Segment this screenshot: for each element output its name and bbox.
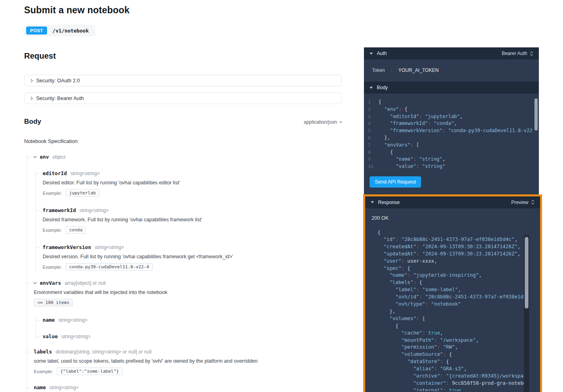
response-vertical-scrollbar-thumb[interactable]: [525, 237, 528, 308]
field-name: name: [43, 317, 55, 323]
chevron-down-icon[interactable]: [33, 155, 37, 158]
schema-tree: envobjecteditorIdstring<string>Desired e…: [27, 154, 342, 392]
response-view-value: Preview: [511, 200, 528, 205]
line-number: 9: [368, 156, 378, 163]
chevron-right-icon: [29, 96, 33, 100]
example-label: Example:: [43, 228, 62, 233]
collapse-triangle-icon: [370, 87, 373, 89]
code-line: "archive": "{createdAt:R9345}/workspace.…: [372, 373, 524, 380]
body-scrollbar-thumb[interactable]: [534, 98, 538, 131]
code-line: "createdAt": "2024-09-13T09:30:23.281471…: [372, 243, 524, 251]
schema-field-head: envobject: [34, 154, 342, 160]
schema-field-labels: labelsdictionary[string, string<string> …: [27, 349, 342, 375]
example-label: Example:: [43, 191, 62, 196]
code-line: "alias": "GRA-s3",: [372, 365, 524, 373]
schema-field-head: editorIdstring<string>: [43, 170, 342, 176]
schema-field-head: labelsdictionary[string, string<string> …: [34, 349, 342, 355]
code-line: "mountPath": "/workspace",: [372, 337, 524, 344]
response-code: { "id": "28c8b88c-2451-4373-97a7-ef038e1…: [365, 229, 524, 391]
response-section-title: Response: [378, 200, 400, 205]
security-label: Security: OAuth 2.0: [36, 78, 80, 84]
token-separator: :: [391, 67, 392, 73]
field-type: string<string>: [62, 334, 91, 339]
auth-type-selector[interactable]: Bearer Auth: [502, 51, 533, 56]
code-line: "internal": true: [372, 387, 524, 391]
token-label: Token: [372, 67, 385, 73]
code-line: "dataStore": {: [372, 358, 524, 365]
code-line: 1{: [364, 99, 533, 106]
field-name: value: [43, 333, 58, 339]
code-line: "container": 9cc858f58-prod-gra-notebook…: [372, 380, 524, 387]
auth-section-title: Auth: [377, 51, 387, 56]
response-vertical-scrollbar[interactable]: [524, 235, 529, 392]
schema-field-frameworkId: frameworkIdstring<string>Desired framewo…: [36, 207, 342, 234]
send-api-request-button[interactable]: Send API Request: [370, 176, 421, 188]
field-name: name: [34, 384, 46, 390]
response-body: 200 OK { "id": "28c8b88c-2451-4373-97a7-…: [365, 208, 540, 392]
highlight-annotation-box: Response Preview 200 OK { "id": "28c8b88…: [363, 194, 542, 392]
code-line: "spec": {: [372, 265, 524, 272]
request-body-editor[interactable]: 1{2 "env": {3 "editorId": "jupyterlab",4…: [364, 94, 539, 194]
body-heading: Body: [24, 118, 41, 126]
field-description: Desired framework. Full list by running …: [43, 217, 342, 223]
updown-arrows-icon: [531, 200, 534, 205]
response-section-header[interactable]: Response Preview: [365, 196, 540, 208]
field-type: string<string>: [70, 171, 100, 176]
field-type: dictionary[string, string<string> or nul…: [55, 349, 152, 355]
code-line: 7 "envVars": [: [364, 142, 533, 149]
field-constraint-row: <= 100 items: [34, 299, 342, 306]
schema-children: namestring<string>valuestring<string>: [35, 317, 342, 339]
field-name: editorId: [43, 170, 67, 176]
constraint-chip: <= 100 items: [34, 299, 73, 306]
body-section-title: Body: [377, 85, 388, 90]
schema-field-head: frameworkVersionstring<string>: [43, 244, 342, 250]
schema-field-head: namestring<string>: [34, 384, 342, 390]
field-type: object: [53, 154, 66, 160]
schema-field-frameworkVersion: frameworkVersionstring<string>Desired ve…: [36, 244, 342, 271]
field-type: array[object] or null: [65, 280, 106, 286]
field-type: string<string>: [58, 317, 88, 323]
example-chip: {"label":"some-label"}: [57, 368, 123, 375]
response-view-selector[interactable]: Preview: [511, 200, 534, 205]
line-number: 6: [368, 135, 378, 142]
line-number: 5: [368, 128, 378, 135]
security-accordion-0[interactable]: Security: OAuth 2.0: [24, 75, 342, 86]
token-value-input[interactable]: YOUR_AI_TOKEN: [398, 67, 438, 73]
body-section-header[interactable]: Body: [364, 82, 539, 94]
code-line: "user": user-xxxx,: [372, 258, 524, 265]
code-line: 6 },: [364, 135, 533, 142]
updown-arrows-icon: [530, 51, 533, 56]
field-name: frameworkId: [43, 207, 76, 213]
auth-token-row: Token : YOUR_AI_TOKEN: [364, 59, 539, 82]
schema-field-head: envVarsarray[object] or null: [34, 280, 342, 286]
content-type-dropdown[interactable]: application/json: [304, 119, 342, 125]
security-accordion-1[interactable]: Security: Bearer Auth: [24, 92, 342, 104]
schema-field-env: envobject: [27, 154, 342, 160]
chevron-right-icon: [29, 79, 33, 82]
example-label: Example:: [34, 369, 53, 374]
collapse-triangle-icon: [371, 201, 374, 203]
line-number: 8: [368, 149, 378, 156]
request-body-code[interactable]: 1{2 "env": {3 "editorId": "jupyterlab",4…: [364, 99, 533, 170]
code-line: 2 "env": {: [364, 106, 533, 113]
line-number: 2: [368, 106, 378, 113]
documentation-column: Submit a new notebook POST /v1/notebook …: [24, 0, 342, 392]
code-line: {: [372, 323, 524, 330]
field-type: string<string>: [49, 385, 79, 390]
code-line: "label": "some-label",: [372, 286, 524, 294]
code-line: 10 "value": "string": [364, 163, 533, 170]
line-number: 4: [368, 120, 378, 127]
code-line: 9 "name": "string",: [364, 156, 533, 163]
example-chip: conda-py39-cudaDevel11.8-v22-4: [66, 263, 153, 271]
chevron-down-icon[interactable]: [33, 281, 37, 284]
auth-section-header[interactable]: Auth Bearer Auth: [364, 47, 539, 59]
api-console-panel: Auth Bearer Auth Token : YOUR_AI_TOKEN B…: [364, 47, 539, 392]
field-description: Desired editor. Full list by running 'ov…: [43, 180, 342, 186]
code-line: "updatedAt": "2024-09-13T09:30:23.281471…: [372, 251, 524, 258]
security-list: Security: OAuth 2.0Security: Bearer Auth: [24, 75, 342, 104]
content-type-value: application/json: [304, 119, 337, 125]
field-example-row: Example:jupyterlab: [43, 189, 342, 197]
endpoint-bar: POST /v1/notebook: [24, 24, 95, 37]
line-number: 3: [368, 114, 378, 120]
chevron-down-icon: [339, 120, 342, 123]
